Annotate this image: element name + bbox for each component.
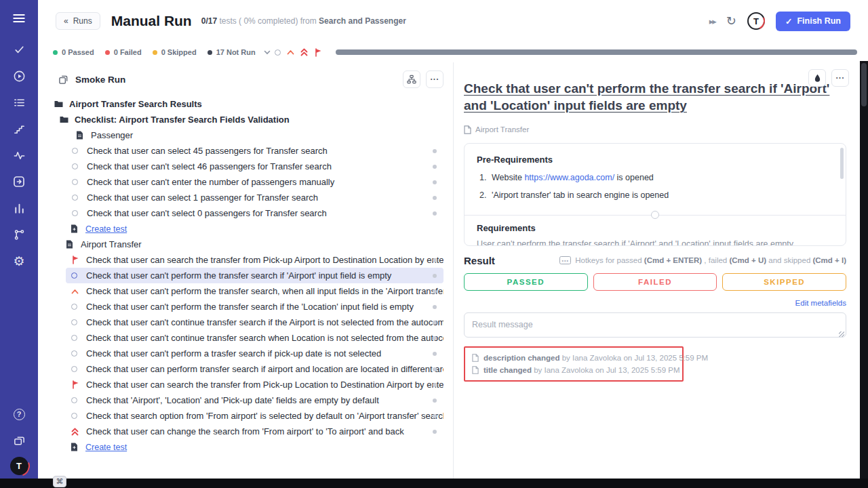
tree-node-label: Check that user can't continue transfer … [86,317,443,327]
progress-text: tests ( 0% completed) from [217,16,319,26]
prereq-item: 1.Website https://www.agoda.com/ is open… [477,173,833,182]
tree-node-test[interactable]: Check that user can't select 0 passenger… [66,205,443,221]
tree-node-create[interactable]: Create test [65,221,443,237]
test-meta-dot [433,414,437,418]
runs-play-icon[interactable] [8,66,30,86]
description-card: Pre-Requirements 1.Website https://www.a… [464,143,846,246]
tree-node-folder[interactable]: Checklist: Airport Transfer Search Field… [54,112,443,127]
verdict-buttons: PASSEDFAILEDSKIPPED [464,273,846,291]
menu-icon[interactable] [8,8,30,28]
tree-node-test[interactable]: Check that user can't enter the number o… [66,174,443,190]
textarea-resize-grip[interactable] [839,331,844,337]
tree-node-folder[interactable]: Airport Transfer Search Results [49,96,443,112]
app-sidebar: ⚙ ? T [0,0,38,488]
tree-node-test[interactable]: Check that user can't continue transfer … [66,314,443,330]
tree-node-label: Check that user can't enter the number o… [87,177,352,187]
help-icon[interactable]: ? [8,404,30,424]
card-scrollbar-thumb[interactable] [840,148,844,179]
tree-node-test[interactable]: Check that user can select 45 passengers… [66,143,443,159]
tree-node-create[interactable]: Create test [65,439,443,455]
steps-icon[interactable] [8,119,30,139]
not-run-icon [71,413,81,419]
tree-node-test[interactable]: Check that user can change the search fr… [66,424,443,439]
not-run-circle-icon[interactable] [275,49,281,56]
user-avatar[interactable]: T [10,457,28,475]
settings-gear-icon[interactable]: ⚙ [8,251,30,271]
page-icon [464,125,471,134]
run-status-legend: 0 Passed0 Failed0 Skipped17 Not Run [53,48,256,56]
detail-more-button[interactable]: ... [831,69,849,87]
edit-metafields-link[interactable]: Edit metafields [795,299,846,307]
status-dot [53,50,58,55]
chevron-down-icon[interactable] [264,50,271,55]
fast-forward-icon[interactable]: ▸▸ [709,16,715,26]
not-run-icon [72,148,81,154]
tree-hierarchy-button[interactable] [403,70,420,88]
tree-node-test[interactable]: Check that 'Airport', 'Location' and 'Pi… [66,392,443,408]
suite-tag[interactable]: Airport Transfer [464,125,846,134]
test-meta-dot [433,430,437,434]
legend-item: 17 Not Run [208,48,256,56]
priority-highest-icon[interactable] [300,48,308,56]
tree-node-test[interactable]: Check that user can't perform a trasfer … [66,346,443,361]
plans-list-icon[interactable] [8,92,30,113]
projects-icon[interactable] [8,430,30,451]
tree-node-label: Check that user can change the search fr… [86,426,422,436]
tree-more-button[interactable]: ... [426,70,443,88]
run-header: « Runs Manual Run 0/17 tests ( 0% comple… [38,0,868,42]
changelog-box: description changed by Iana Zavoloka on … [464,346,684,382]
flag-icon[interactable] [314,48,322,57]
tree-node-test[interactable]: Check that user can search the transfer … [66,377,443,392]
test-meta-dot [433,274,437,278]
tree-node-doc[interactable]: Airport Transfer [60,237,443,252]
not-run-icon [72,163,81,169]
tree-node-test[interactable]: Check that user can't select 46 passenge… [66,159,443,174]
tree-node-test[interactable]: Check that user can't perform the transf… [66,268,443,283]
result-message-input[interactable] [464,312,846,338]
test-meta-dot [433,211,437,216]
check-icon: ✓ [785,16,792,26]
tree-node-test[interactable]: Check that user can perform transfer sea… [66,361,443,377]
not-run-icon [71,366,81,372]
tree-node-label: Check that 'Airport', 'Location' and 'Pi… [86,395,397,405]
test-meta-dot [433,165,437,169]
scrollbar-thumb[interactable] [861,63,867,106]
suite-copy-icon [58,75,68,85]
tree-node-label: Check that user can perform transfer sea… [86,364,443,374]
water-drop-button[interactable] [808,69,826,87]
analytics-chart-icon[interactable] [8,198,30,218]
tree-node-test[interactable]: Check that user can't perform the transf… [66,299,443,314]
test-tree: Airport Transfer Search ResultsChecklist… [38,95,453,455]
prereq-link[interactable]: https://www.agoda.com/ [524,173,614,182]
tree-node-label: Check that search option from 'From airp… [86,411,443,421]
tree-node-test[interactable]: Check that user can't perform the transf… [66,283,443,299]
tests-check-icon[interactable] [8,39,30,60]
resize-handle[interactable] [651,211,659,219]
verdict-button-skipped[interactable]: SKIPPED [722,273,846,291]
tree-node-test[interactable]: Check that search option from 'From airp… [66,408,443,424]
run-box-icon[interactable] [8,171,30,192]
create-icon [71,224,80,233]
page-scrollbar[interactable] [860,61,868,488]
tree-node-label: Create test [85,443,144,452]
tree-node-label: Check that user can't perform the transf… [86,302,431,312]
verdict-button-failed[interactable]: FAILED [593,273,717,291]
severity-filter-set [275,48,322,57]
account-logo-avatar[interactable]: T [747,12,765,30]
branches-icon[interactable] [8,224,30,245]
tree-node-label: Check that user can select 1 passenger f… [87,192,336,203]
back-to-runs-button[interactable]: « Runs [56,12,100,30]
tree-node-doc[interactable]: Passenger [71,127,443,143]
tree-node-label: Check that user can't continue transfer … [86,333,443,343]
verdict-button-passed[interactable]: PASSED [464,273,588,291]
history-timer-icon[interactable]: ↻ [726,15,736,27]
tree-node-test[interactable]: Check that user can't continue transfer … [66,330,443,346]
finish-run-button[interactable]: ✓ Finish Run [776,12,850,31]
test-title[interactable]: Check that user can't perform the transf… [464,80,833,115]
not-run-icon [72,195,81,201]
test-tree-panel: Smoke Run ... Airport Transfer Search Re… [38,62,454,479]
tree-node-test[interactable]: Check that user can select 1 passenger f… [66,190,443,205]
priority-high-icon[interactable] [287,49,294,55]
tree-node-test[interactable]: Check that user can search the transfer … [66,252,443,268]
pulse-icon[interactable] [8,145,30,165]
